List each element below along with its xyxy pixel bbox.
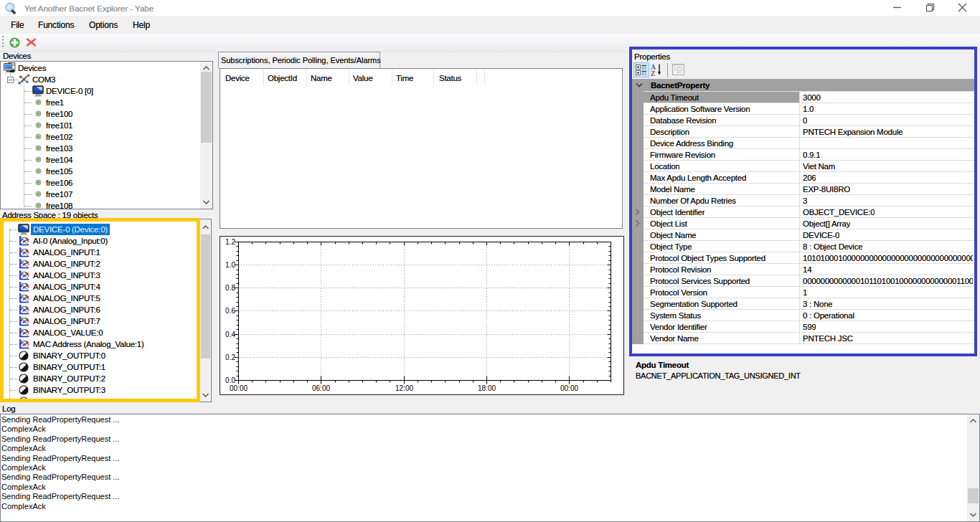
svg-text:0.6: 0.6: [225, 307, 235, 315]
svg-text:18:00: 18:00: [478, 384, 496, 392]
svg-text:1.2: 1.2: [225, 238, 235, 246]
svg-text:0.8: 0.8: [225, 284, 235, 292]
svg-text:1.0: 1.0: [225, 261, 235, 269]
svg-text:06:00: 06:00: [312, 384, 330, 392]
svg-text:0.4: 0.4: [225, 331, 235, 338]
svg-text:0.2: 0.2: [225, 353, 235, 361]
svg-text:00:00: 00:00: [560, 384, 578, 392]
svg-text:0.0: 0.0: [225, 376, 235, 384]
svg-text:12:00: 12:00: [395, 384, 413, 392]
svg-text:00:00: 00:00: [230, 384, 248, 392]
